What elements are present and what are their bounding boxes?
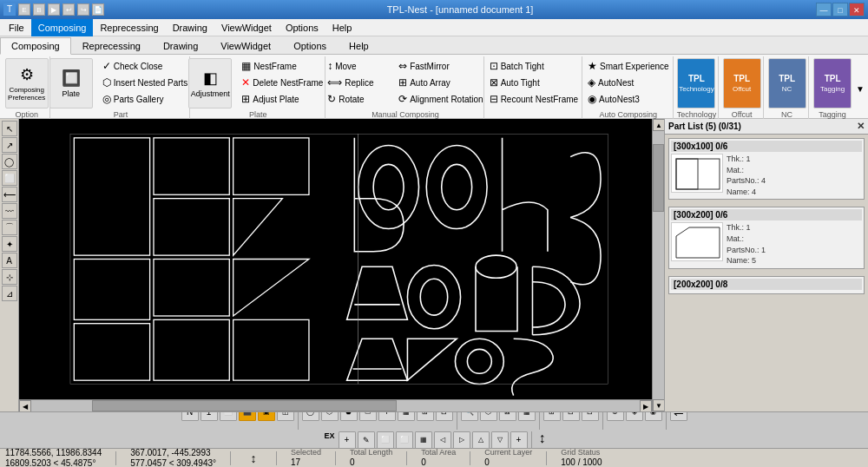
menu-file[interactable]: File <box>2 19 31 36</box>
recount-nestframe-button[interactable]: ⊟ Recount NestFrame <box>485 91 582 107</box>
title-icon-b[interactable]: B <box>33 3 45 16</box>
scroll-down-button[interactable]: ▼ <box>653 399 665 411</box>
tool-rect[interactable]: ⬜ <box>2 170 17 186</box>
title-icon-doc[interactable]: 📄 <box>92 3 104 16</box>
tool-grid[interactable]: ▦ <box>398 411 415 421</box>
tool-search[interactable]: 🔍 <box>461 411 478 421</box>
tool-check2[interactable]: ⊠ <box>499 411 516 421</box>
tool-circle2[interactable]: ◯ <box>302 411 319 421</box>
tool-minus[interactable]: ⊟ <box>436 411 453 421</box>
move-button[interactable]: ↕ Move <box>323 58 392 74</box>
tool-view1[interactable]: ⊞ <box>543 411 561 421</box>
replice-button[interactable]: ⟺ Replice <box>323 75 392 90</box>
tool-pen[interactable]: ✎ <box>358 431 375 449</box>
menu-reprecessing[interactable]: Reprecessing <box>93 19 165 36</box>
auto-tight-button[interactable]: ⊠ Auto Tight <box>485 75 582 90</box>
menu-help[interactable]: Help <box>326 19 359 36</box>
delete-nestframe-button[interactable]: ✕ Delete NestFrame <box>237 75 327 90</box>
tool-triangle[interactable]: ⊿ <box>2 286 17 301</box>
tool-ex6[interactable]: ◁ <box>434 431 451 449</box>
tool-ex4[interactable]: ⬜ <box>396 431 413 449</box>
tool-snap4[interactable]: ◫ <box>277 411 294 421</box>
tool-star[interactable]: ✦ <box>2 236 17 252</box>
tool-circle[interactable]: ◯ <box>2 154 17 169</box>
scroll-left-button[interactable]: ◀ <box>19 400 31 411</box>
tool-snap1[interactable]: ⬜ <box>220 411 237 421</box>
tool-hex3[interactable]: ⬡ <box>480 411 497 421</box>
app-icon[interactable]: T <box>3 3 16 16</box>
tool-ex5[interactable]: ▦ <box>415 431 432 449</box>
title-icon-run[interactable]: ▶ <box>48 3 60 16</box>
tool-n[interactable]: N <box>181 411 199 421</box>
tool-layer1[interactable]: ◈ <box>626 411 643 421</box>
tool-plus[interactable]: ⊞ <box>417 411 434 421</box>
tool-cursor[interactable]: ⇌ <box>670 411 687 421</box>
nestframe-button[interactable]: ▦ NestFrame <box>237 58 327 74</box>
tool-view3[interactable]: ⊡ <box>582 411 599 421</box>
tool-grid2[interactable]: ▦ <box>518 411 536 421</box>
alignment-rotation-button[interactable]: ⟳ Alignment Rotation <box>394 91 488 107</box>
auto-array-button[interactable]: ⊞ Auto Array <box>394 75 488 90</box>
ribbon-scroll-right[interactable]: ▼ <box>856 56 865 121</box>
tool-hex2[interactable]: ⬣ <box>340 411 358 421</box>
tool-select[interactable]: ↖ <box>2 121 17 136</box>
maximize-button[interactable]: □ <box>832 3 848 16</box>
fastmirror-button[interactable]: ⇔ FastMirror <box>394 58 488 74</box>
tool-text[interactable]: A <box>2 253 17 268</box>
h-scroll-thumb[interactable] <box>92 400 397 411</box>
smart-experience-button[interactable]: ★ Smart Experience <box>583 58 673 74</box>
menu-viewwidget[interactable]: ViewWidget <box>214 19 279 36</box>
tool-select2[interactable]: ↗ <box>2 137 17 153</box>
scroll-right-button[interactable]: ▶ <box>640 400 652 411</box>
v-scrollbar[interactable]: ▲ ▼ <box>652 119 664 411</box>
tab-options[interactable]: Options <box>282 36 338 54</box>
canvas-drawing-area[interactable] <box>19 119 652 399</box>
v-scroll-thumb[interactable] <box>653 144 664 211</box>
tab-composing[interactable]: Composing <box>0 37 71 55</box>
tool-ex3[interactable]: ⬜ <box>377 431 394 449</box>
menu-drawing[interactable]: Drawing <box>166 19 214 36</box>
tool-text2[interactable]: T <box>378 411 396 421</box>
tool-ex7[interactable]: ▷ <box>453 431 470 449</box>
check-close-button[interactable]: ✓ Check Close <box>98 58 193 74</box>
tab-help[interactable]: Help <box>338 36 380 54</box>
tool-ex9[interactable]: ▽ <box>491 431 509 449</box>
tool-ex8[interactable]: △ <box>472 431 490 449</box>
tool-cross[interactable]: ⊹ <box>2 269 17 285</box>
autonest-button[interactable]: ◈ AutoNest <box>583 75 673 90</box>
rotate-button[interactable]: ↻ Rotate <box>323 91 392 107</box>
tool-ex10[interactable]: + <box>510 431 528 449</box>
menu-options[interactable]: Options <box>279 19 326 36</box>
tool-1[interactable]: 1 <box>201 411 218 421</box>
tool-snap3[interactable]: ▣ <box>258 411 275 421</box>
title-icon-redo[interactable]: ↪ <box>77 3 89 16</box>
batch-tight-button[interactable]: ⊡ Batch Tight <box>485 58 582 74</box>
h-scroll-track[interactable] <box>31 400 640 411</box>
adjustment-button[interactable]: ◧ Adjustment <box>188 58 232 109</box>
tool-zoom1[interactable]: ⊕ <box>607 411 624 421</box>
tab-drawing[interactable]: Drawing <box>152 36 209 54</box>
close-button[interactable]: ✕ <box>849 3 865 16</box>
tool-snap2[interactable]: ⬛ <box>239 411 256 421</box>
tool-line[interactable]: ⟵ <box>2 187 17 202</box>
plate-button[interactable]: 🔲 Plate <box>49 58 93 109</box>
technology-button[interactable]: TPL Technology <box>677 58 715 109</box>
nc-button[interactable]: TPL NC <box>768 58 806 109</box>
tab-viewwidget[interactable]: ViewWidget <box>209 36 282 54</box>
tool-wave[interactable]: 〰 <box>2 203 17 219</box>
title-icon-e[interactable]: E <box>18 3 30 16</box>
composing-preferences-button[interactable]: ⚙ ComposingPreferences <box>5 58 49 109</box>
minimize-button[interactable]: — <box>816 3 832 16</box>
offcut-button[interactable]: TPL Offcut <box>723 58 761 109</box>
tool-view2[interactable]: ⊟ <box>562 411 580 421</box>
part-list-close-button[interactable]: ✕ <box>857 121 865 132</box>
tool-hexagon[interactable]: ⬡ <box>321 411 339 421</box>
parts-gallery-button[interactable]: ◎ Parts Gallery <box>98 91 193 107</box>
title-icon-undo[interactable]: ↩ <box>62 3 75 16</box>
tagging-button[interactable]: TPL Tagging <box>813 58 852 109</box>
v-scroll-track[interactable] <box>653 131 664 399</box>
tab-reprecessing[interactable]: Reprecessing <box>71 36 152 54</box>
autonest3-button[interactable]: ◉ AutoNest3 <box>583 91 673 107</box>
tool-arc[interactable]: ⌒ <box>2 220 17 235</box>
adjust-plate-button[interactable]: ⊞ Adjust Plate <box>237 91 327 107</box>
